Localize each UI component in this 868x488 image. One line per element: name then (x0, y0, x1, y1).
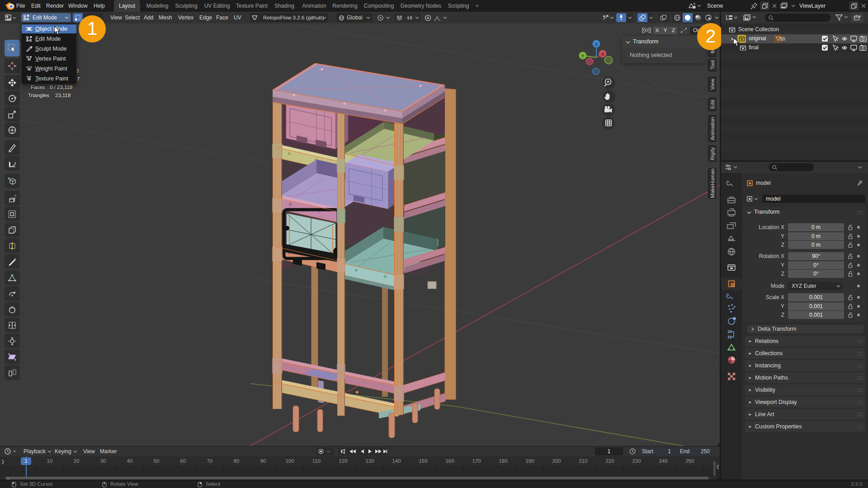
svg-text:X: X (601, 52, 604, 56)
svg-text:Y: Y (581, 53, 585, 58)
svg-text:Z: Z (595, 42, 598, 47)
